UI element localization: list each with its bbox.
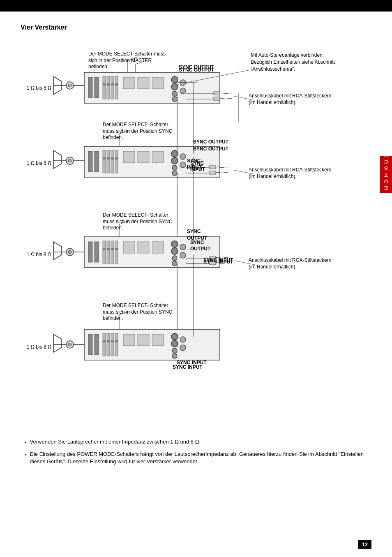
mode-sync3-label: Der MODE SELECT- Schalter muss sich in d… [103,303,177,322]
svg-point-119 [171,340,178,347]
svg-rect-77 [111,241,114,263]
svg-text:1 Ω bis 8 Ω: 1 Ω bis 8 Ω [27,344,51,350]
page-content: Vier Verstärker [0,12,392,482]
note-item-2: • Die Einstellung des POWER MODE-Schalte… [25,451,371,465]
svg-rect-5 [107,76,110,99]
svg-point-16 [172,91,177,96]
sync-output-top-label: SYNC OUTPUT [179,64,214,71]
svg-point-15 [171,83,178,90]
auto-stereo-label: Mit Auto-Stereoanlage verbinden. Bezügli… [251,52,345,72]
sync-input-bottom-label: SYNC INPUT [173,364,203,371]
note-text-1: Verwenden Sie Lautsprecher mit einer Imp… [30,438,201,446]
svg-text:SYNC OUTPUT: SYNC OUTPUT [193,146,229,152]
sync-output-mid-label: SYNC OUTPUT [193,139,228,146]
cable-label-2: Anschlusskabel mit RCA-Stiftsteckern (im… [249,167,339,180]
svg-rect-8 [111,83,114,86]
sync-input-low-label: SYNC INPUT [203,257,233,264]
svg-point-49 [171,157,178,164]
svg-rect-72 [95,242,99,262]
svg-rect-43 [115,150,118,173]
svg-point-50 [172,165,177,170]
svg-rect-41 [111,150,114,173]
svg-marker-56 [53,150,62,169]
svg-rect-83 [152,242,164,253]
svg-rect-66 [210,171,216,174]
svg-rect-37 [103,150,106,173]
svg-rect-46 [138,151,149,163]
svg-rect-115 [123,334,135,346]
bullet-1: • [25,439,27,446]
svg-rect-6 [107,83,110,86]
svg-point-124 [66,341,74,348]
note-item-1: • Verwenden Sie Lautsprecher mit einer I… [25,438,371,446]
svg-rect-1 [88,77,92,98]
sync-output-low-label: SYNCOUTPUT [187,229,207,241]
svg-rect-32 [214,92,220,95]
svg-point-125 [68,343,71,346]
svg-rect-4 [103,83,106,86]
svg-point-90 [66,248,74,256]
svg-point-14 [171,76,178,83]
sync-input-mid-label: SYNCINPUT [187,158,202,171]
svg-text:1 Ω bis 8 Ω: 1 Ω bis 8 Ω [27,85,51,91]
svg-rect-65 [210,166,216,169]
diagram-area: 1 Ω bis 8 Ω SYNC OUTPUT [21,39,374,430]
svg-rect-116 [138,334,149,346]
svg-point-89 [180,252,186,258]
svg-rect-0 [84,72,220,103]
svg-rect-44 [115,157,118,159]
svg-rect-7 [111,76,114,99]
deutsch-side-tab: DEUTSCH [380,156,392,193]
svg-point-52 [180,154,186,159]
svg-rect-105 [88,334,92,355]
svg-rect-47 [152,151,164,163]
svg-point-18 [180,80,186,86]
svg-point-55 [68,159,71,162]
svg-rect-76 [107,248,110,250]
svg-rect-110 [107,340,110,342]
svg-rect-82 [138,242,149,253]
svg-point-17 [172,97,177,102]
page-number: 12 [358,540,371,549]
svg-rect-108 [103,340,106,342]
svg-rect-75 [107,241,110,263]
svg-point-87 [172,261,177,266]
svg-rect-13 [152,77,164,89]
section-title: Vier Verstärker [21,24,371,31]
note-text-2: Die Einstellung des POWER MODE-Schalters… [30,451,371,465]
svg-point-88 [180,244,186,250]
svg-rect-81 [123,242,135,253]
svg-rect-45 [123,151,135,163]
svg-point-21 [68,84,71,87]
svg-rect-70 [84,237,220,268]
svg-rect-107 [103,333,106,356]
svg-rect-117 [152,334,164,346]
svg-point-51 [172,171,177,176]
svg-rect-79 [115,241,118,263]
svg-rect-80 [115,248,118,250]
svg-point-120 [172,348,177,353]
svg-rect-71 [88,242,92,262]
svg-rect-104 [84,329,220,360]
svg-point-121 [172,354,177,358]
side-tab-text: DEUTSCH [383,156,389,193]
svg-rect-106 [95,334,99,355]
svg-point-53 [180,162,186,168]
svg-point-118 [171,333,178,340]
svg-marker-92 [53,242,62,260]
svg-point-20 [66,82,74,89]
svg-point-54 [66,157,74,164]
svg-rect-3 [103,76,106,99]
svg-rect-78 [111,248,114,250]
cable-label-1: Anschlusskabel mit RCA-Stiftsteckern (im… [249,93,339,106]
svg-rect-114 [115,340,118,342]
svg-point-91 [68,250,71,254]
svg-rect-113 [115,333,118,356]
svg-point-122 [180,337,186,342]
svg-text:OUTPUT: OUTPUT [190,246,211,252]
svg-text:1 Ω bis 8 Ω: 1 Ω bis 8 Ω [27,160,51,166]
svg-rect-33 [214,97,220,100]
svg-rect-9 [115,76,118,99]
svg-rect-40 [107,157,110,159]
svg-rect-74 [103,248,106,250]
